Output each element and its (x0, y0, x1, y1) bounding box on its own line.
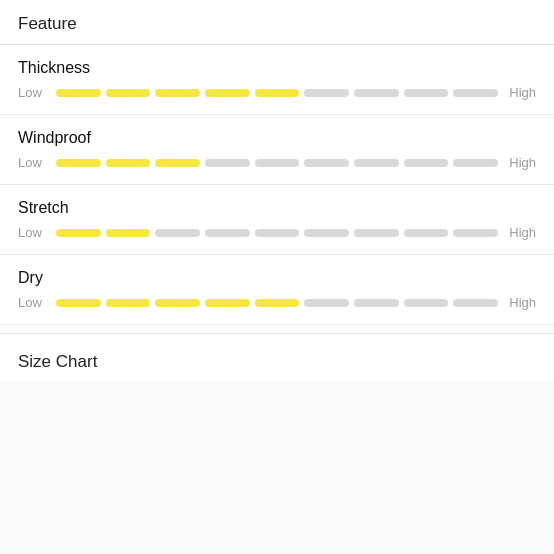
segment-windproof-4 (255, 159, 300, 167)
bottom-section: Size Chart (0, 333, 554, 382)
segment-stretch-5 (304, 229, 349, 237)
segment-thickness-8 (453, 89, 498, 97)
low-label-windproof: Low (18, 155, 46, 170)
segment-dry-4 (255, 299, 300, 307)
high-label-thickness: High (508, 85, 536, 100)
features-list: ThicknessLowHighWindproofLowHighStretchL… (0, 45, 554, 325)
segment-windproof-6 (354, 159, 399, 167)
bar-row-windproof: LowHigh (18, 155, 536, 170)
segment-stretch-4 (255, 229, 300, 237)
segment-dry-3 (205, 299, 250, 307)
feature-item-thickness: ThicknessLowHigh (0, 45, 554, 115)
segment-dry-5 (304, 299, 349, 307)
segment-windproof-0 (56, 159, 101, 167)
segment-stretch-3 (205, 229, 250, 237)
segment-thickness-2 (155, 89, 200, 97)
segment-stretch-1 (106, 229, 151, 237)
high-label-windproof: High (508, 155, 536, 170)
segment-stretch-2 (155, 229, 200, 237)
bar-row-stretch: LowHigh (18, 225, 536, 240)
segment-windproof-7 (404, 159, 449, 167)
bar-track-windproof (56, 159, 498, 167)
bar-track-stretch (56, 229, 498, 237)
feature-item-dry: DryLowHigh (0, 255, 554, 325)
high-label-dry: High (508, 295, 536, 310)
low-label-thickness: Low (18, 85, 46, 100)
segment-dry-0 (56, 299, 101, 307)
segment-windproof-1 (106, 159, 151, 167)
section-title: Feature (18, 14, 536, 34)
bar-row-dry: LowHigh (18, 295, 536, 310)
segment-dry-1 (106, 299, 151, 307)
low-label-stretch: Low (18, 225, 46, 240)
bar-track-thickness (56, 89, 498, 97)
segment-windproof-8 (453, 159, 498, 167)
high-label-stretch: High (508, 225, 536, 240)
main-container: Feature ThicknessLowHighWindproofLowHigh… (0, 0, 554, 382)
feature-name-stretch: Stretch (18, 199, 536, 217)
bar-row-thickness: LowHigh (18, 85, 536, 100)
segment-windproof-2 (155, 159, 200, 167)
segment-windproof-5 (304, 159, 349, 167)
segment-thickness-6 (354, 89, 399, 97)
segment-thickness-7 (404, 89, 449, 97)
segment-dry-7 (404, 299, 449, 307)
segment-dry-2 (155, 299, 200, 307)
bar-track-dry (56, 299, 498, 307)
segment-thickness-5 (304, 89, 349, 97)
low-label-dry: Low (18, 295, 46, 310)
segment-dry-6 (354, 299, 399, 307)
feature-name-thickness: Thickness (18, 59, 536, 77)
size-chart-title: Size Chart (18, 352, 536, 372)
segment-stretch-7 (404, 229, 449, 237)
feature-name-windproof: Windproof (18, 129, 536, 147)
segment-thickness-4 (255, 89, 300, 97)
section-header: Feature (0, 0, 554, 45)
segment-stretch-6 (354, 229, 399, 237)
feature-item-stretch: StretchLowHigh (0, 185, 554, 255)
segment-stretch-8 (453, 229, 498, 237)
segment-thickness-3 (205, 89, 250, 97)
segment-thickness-0 (56, 89, 101, 97)
segment-dry-8 (453, 299, 498, 307)
segment-stretch-0 (56, 229, 101, 237)
feature-item-windproof: WindproofLowHigh (0, 115, 554, 185)
segment-windproof-3 (205, 159, 250, 167)
segment-thickness-1 (106, 89, 151, 97)
feature-name-dry: Dry (18, 269, 536, 287)
